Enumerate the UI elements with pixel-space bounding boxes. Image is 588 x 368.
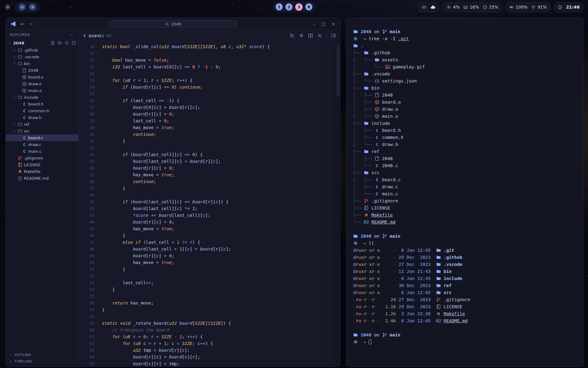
media-previous-button[interactable] xyxy=(19,4,25,10)
explorer-item-.vscode[interactable]: ›.vscode xyxy=(6,53,78,60)
folder-o-icon xyxy=(18,129,22,133)
code-line: board[r][c] = 0; xyxy=(102,252,270,259)
code-line: has_move = true; xyxy=(102,259,270,266)
line-number: 40 xyxy=(79,192,95,198)
workspace-8[interactable]: 8 xyxy=(305,3,312,10)
explorer-item-Makefile[interactable]: MMakefile xyxy=(6,168,78,175)
code-area[interactable]: 1819202122232425262728293031323334353637… xyxy=(79,41,340,366)
line-number: 60 xyxy=(79,327,95,333)
explorer-item-2048[interactable]: 2048 xyxy=(6,67,78,74)
outline-panel[interactable]: ›OUTLINE xyxy=(6,352,78,358)
stat-gear: 4% xyxy=(447,5,459,10)
command-center-search[interactable]: 2048 xyxy=(109,20,237,28)
explorer-item-.gitignore[interactable]: .gitignore xyxy=(6,155,78,161)
nav-forward-icon[interactable]: → xyxy=(29,21,33,27)
code-line: } xyxy=(102,185,270,192)
explorer-item-board.h[interactable]: Cboard.h xyxy=(6,101,78,107)
folder-o-icon xyxy=(18,48,22,52)
workspace-1[interactable]: 1 xyxy=(276,3,283,10)
collapse-all-icon[interactable] xyxy=(72,41,76,45)
terminal-line: 2048 on main xyxy=(353,233,577,240)
explorer-item-draw.c[interactable]: Cdraw.c xyxy=(6,141,78,148)
nav-back-icon[interactable]: ← xyxy=(21,21,24,27)
split-editor-icon[interactable] xyxy=(308,33,313,38)
line-number: 52 xyxy=(79,273,95,279)
explorer-item-label: board.o xyxy=(28,75,43,79)
explorer-title: EXPLORER xyxy=(10,33,30,37)
close-button[interactable]: × xyxy=(332,21,335,26)
code-line: if (board[last_cell][c] == board[r][c]) … xyxy=(102,198,270,205)
tab-filename[interactable]: board.c xyxy=(89,33,104,38)
line-number: 51 xyxy=(79,266,95,273)
terminal-line: │ ├── C board.h xyxy=(353,127,577,134)
explorer-item-board.o[interactable]: board.o xyxy=(6,74,78,80)
terminal-window[interactable]: 2048 on main → tree -a -I .git .├── .git… xyxy=(346,17,584,367)
chevron-icon: › xyxy=(13,122,16,127)
search-value: 2048 xyxy=(171,22,181,26)
book-icon xyxy=(364,205,369,210)
explorer-root-row[interactable]: › 2048 xyxy=(6,39,78,47)
line-number: 58 xyxy=(79,313,95,320)
explorer-item-draw.h[interactable]: Cdraw.h xyxy=(6,114,78,121)
folder-o-icon xyxy=(18,61,22,66)
explorer-item-.github[interactable]: ›.github xyxy=(6,47,78,53)
code-line: if (last_cell == -1) { xyxy=(102,97,270,104)
code-line: *score += board[last_cell][c]; xyxy=(102,212,270,219)
explorer-item-draw.o[interactable]: draw.o xyxy=(6,80,78,87)
terminal-line: → ll xyxy=(353,240,577,247)
line-number: 19 xyxy=(79,50,95,57)
line-number: 42 xyxy=(79,205,95,212)
clock-pill[interactable]: 21:46 xyxy=(554,2,584,12)
explorer-item-common.h[interactable]: Ccommon.h xyxy=(6,107,78,114)
minimize-button[interactable]: – xyxy=(313,21,315,26)
explorer-item-label: .vscode xyxy=(24,55,39,59)
weather-pill[interactable] xyxy=(417,2,439,12)
maximize-button[interactable]: □ xyxy=(322,21,326,26)
explorer-item-board.c[interactable]: Cboard.c xyxy=(6,134,78,141)
run-file-icon[interactable] xyxy=(290,33,295,38)
terminal-line: │ ├── board.o xyxy=(353,99,577,106)
system-stats-pill[interactable]: 4%16%25% xyxy=(443,2,502,12)
code-line: // transpose the board xyxy=(102,327,270,333)
editor-scrollbar[interactable] xyxy=(337,44,340,97)
line-number: 59 xyxy=(79,320,95,327)
editor-layout-icon[interactable] xyxy=(331,33,336,38)
new-file-icon[interactable] xyxy=(51,41,55,45)
c-file-icon: C xyxy=(84,33,86,38)
timeline-panel[interactable]: ›TIMELINE xyxy=(6,358,78,365)
workspace-2[interactable]: 2 xyxy=(285,3,292,10)
code-line xyxy=(102,293,270,300)
line-number: 46 xyxy=(79,232,95,239)
terminal-line: ├── .gitignore xyxy=(353,197,577,205)
new-folder-icon[interactable] xyxy=(58,41,62,45)
settings-icon[interactable] xyxy=(299,33,304,38)
more-actions-icon[interactable]: ⋯ xyxy=(70,32,74,37)
explorer-item-main.o[interactable]: main.o xyxy=(6,87,78,94)
file-letter-icon: M xyxy=(364,212,369,219)
explorer-item-ref[interactable]: ›ref xyxy=(6,121,78,128)
settings-gear-icon[interactable] xyxy=(4,4,11,10)
media-next-button[interactable] xyxy=(29,4,36,10)
terminal-line: │ └── main.o xyxy=(353,113,577,120)
explorer-item-bin[interactable]: ›bin xyxy=(6,60,78,67)
branch-icon xyxy=(382,234,387,239)
code-line: board[r][c] = 0; xyxy=(102,219,270,225)
cube-icon xyxy=(375,100,379,105)
file-letter-icon: C xyxy=(22,142,27,147)
explorer-item-README.md[interactable]: README.md xyxy=(6,175,78,182)
line-number: 35 xyxy=(79,158,95,165)
code-line: else if (last_cell + 1 != r) { xyxy=(102,239,270,246)
file-letter-icon: C xyxy=(375,127,379,134)
code-line: u32 tmp = board[r][c]; xyxy=(102,347,270,354)
close-editor-icon[interactable] xyxy=(317,33,322,38)
workspace-3[interactable]: 3 xyxy=(295,3,303,11)
explorer-item-src[interactable]: ›src xyxy=(6,128,78,134)
explorer-item-LICENSE[interactable]: LICENSE xyxy=(6,161,78,168)
explorer-item-main.c[interactable]: Cmain.c xyxy=(6,148,78,155)
levels-pill[interactable]: 100%91% xyxy=(505,2,551,12)
tab-directory: src xyxy=(107,33,112,38)
md-icon xyxy=(436,318,441,323)
refresh-icon[interactable] xyxy=(65,41,69,45)
explorer-item-include[interactable]: ›include xyxy=(6,94,78,101)
line-number: 38 xyxy=(79,178,95,185)
